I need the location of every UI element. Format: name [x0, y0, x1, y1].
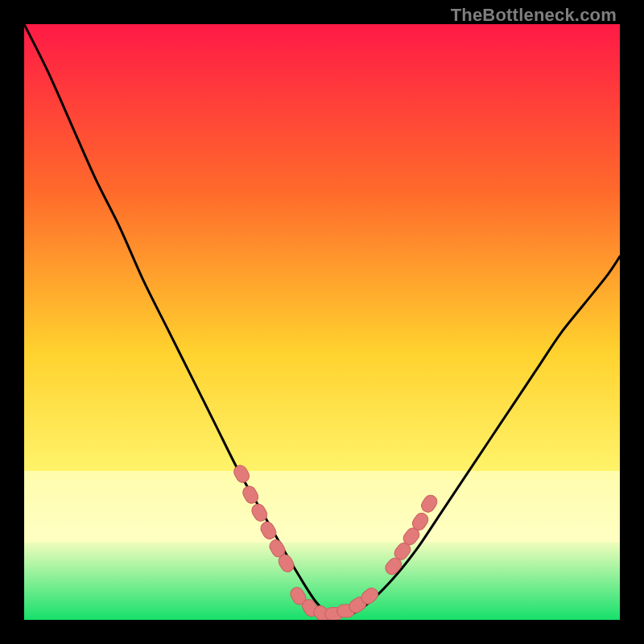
- chart-frame: [24, 24, 620, 620]
- chart-svg: [24, 24, 620, 620]
- watermark-text: TheBottleneck.com: [451, 5, 617, 26]
- pale-yellow-band: [24, 471, 620, 543]
